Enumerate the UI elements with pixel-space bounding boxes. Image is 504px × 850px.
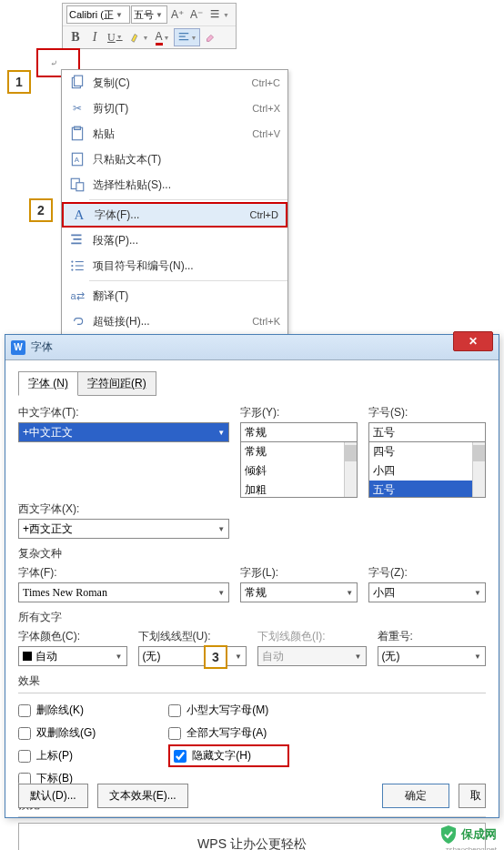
highlight-button[interactable]: ▼ [126, 28, 152, 46]
menu-font-label: 字体(F)... [95, 207, 243, 223]
effects-label: 效果 [18, 673, 486, 689]
allcaps-checkbox[interactable]: 全部大写字母(A) [168, 725, 289, 741]
svg-point-10 [71, 268, 73, 270]
tab-char-spacing[interactable]: 字符间距(R) [77, 371, 156, 396]
clipboard-icon [69, 126, 86, 142]
menu-paste-text[interactable]: A 只粘贴文本(T) [62, 147, 287, 172]
en-font-label: 西文字体(X): [18, 501, 229, 517]
menu-hyperlink[interactable]: 超链接(H)... Ctrl+K [62, 309, 287, 334]
watermark-text: 保成网 [461, 826, 497, 843]
underline-button[interactable]: U▼ [105, 28, 126, 46]
menu-translate[interactable]: a⇄ 翻译(T) [62, 283, 287, 309]
paste-text-icon: A [69, 151, 86, 167]
translate-icon: a⇄ [69, 288, 86, 304]
size-listbox[interactable]: 四号 小四 五号 [368, 441, 486, 498]
cursor-indicator: ⤶ [50, 58, 57, 68]
style-label: 字形(Y): [240, 405, 358, 420]
underline-combo[interactable]: (无)▼ [138, 646, 247, 666]
step-badge-1: 1 [7, 70, 31, 94]
step-badge-3: 3 [204, 645, 227, 669]
text-effect-button[interactable]: 文本效果(E)... [97, 784, 188, 808]
en-font-combo[interactable]: +西文正文▼ [18, 519, 229, 539]
svg-rect-3 [75, 126, 81, 129]
shrink-font-button[interactable]: A⁻ [187, 5, 206, 24]
font-size-combo[interactable]: 五号▼ [131, 5, 167, 24]
menu-cut-label: 剪切(T) [93, 101, 245, 116]
c-font-combo[interactable]: Times New Roman▼ [18, 582, 229, 602]
strike-checkbox[interactable]: 删除线(K) [18, 703, 96, 718]
tab-font[interactable]: 字体 (N) [18, 371, 78, 396]
menu-separator-2 [89, 280, 287, 281]
style-combo[interactable]: 常规 [240, 422, 358, 442]
c-style-label: 字形(L): [240, 565, 358, 581]
cn-font-combo[interactable]: +中文正文▼ [18, 422, 229, 442]
eraser-button[interactable] [201, 28, 219, 46]
align-button[interactable]: ▼ [174, 28, 201, 46]
menu-cut[interactable]: ✂ 剪切(T) Ctrl+X [62, 96, 287, 121]
menu-paragraph-label: 段落(P)... [93, 233, 280, 248]
app-icon: W [11, 340, 25, 355]
menu-paragraph[interactable]: 段落(P)... [62, 228, 287, 253]
smallcaps-checkbox[interactable]: 小型大写字母(M) [168, 703, 289, 718]
menu-hyperlink-label: 超链接(H)... [93, 314, 245, 329]
c-style-combo[interactable]: 常规▼ [240, 582, 358, 602]
menu-paste-special[interactable]: 选择性粘贴(S)... [62, 172, 287, 197]
bullets-icon [69, 258, 86, 274]
copy-icon [69, 75, 86, 91]
menu-copy-shortcut: Ctrl+C [252, 77, 280, 88]
superscript-checkbox[interactable]: 上标(P) [18, 748, 96, 764]
ok-button[interactable]: 确定 [382, 784, 449, 808]
emphasis-combo[interactable]: (无)▼ [378, 646, 487, 666]
default-button[interactable]: 默认(D)... [18, 784, 88, 808]
line-spacing-button[interactable]: ▼ [207, 5, 232, 24]
style-listbox[interactable]: 常规 倾斜 加粗 [240, 441, 358, 498]
font-a-icon: A [71, 207, 87, 223]
step-badge-2: 2 [29, 198, 53, 222]
underline-label: 下划线线型(U): [138, 629, 247, 644]
menu-separator [89, 199, 287, 200]
context-menu: 复制(C) Ctrl+C ✂ 剪切(T) Ctrl+X 粘贴 Ctrl+V A … [61, 69, 288, 335]
grow-font-button[interactable]: A⁺ [168, 5, 186, 24]
font-color-button[interactable]: A▼ [153, 28, 173, 46]
hidden-checkbox[interactable]: 隐藏文字(H) [174, 748, 251, 764]
menu-translate-label: 翻译(T) [93, 288, 280, 304]
svg-text:A: A [75, 156, 80, 164]
scrollbar[interactable] [344, 442, 357, 497]
color-label: 字体颜色(C): [18, 629, 127, 644]
menu-hyperlink-shortcut: Ctrl+K [252, 316, 280, 327]
underline-color-combo: 自动▼ [257, 646, 367, 666]
cancel-button[interactable]: 取 [459, 784, 486, 808]
scrollbar[interactable] [472, 442, 485, 497]
menu-paste[interactable]: 粘贴 Ctrl+V [62, 121, 287, 147]
bold-button[interactable]: B [66, 28, 85, 46]
mini-toolbar: Calibri (正▼ 五号▼ A⁺ A⁻ ▼ B I U▼ ▼ A▼ ▼ [62, 3, 237, 49]
menu-copy[interactable]: 复制(C) Ctrl+C [62, 70, 287, 96]
menu-bullets[interactable]: 项目符号和编号(N)... [62, 253, 287, 278]
watermark-url: zsbaocheng.net [446, 845, 498, 850]
shield-icon [439, 825, 458, 845]
all-text-label: 所有文字 [18, 610, 486, 625]
complex-section-label: 复杂文种 [18, 546, 486, 562]
c-size-combo[interactable]: 小四▼ [368, 582, 486, 602]
svg-point-9 [71, 265, 73, 267]
c-size-label: 字号(Z): [368, 565, 486, 581]
italic-button[interactable]: I [86, 28, 104, 46]
menu-copy-label: 复制(C) [93, 76, 245, 91]
menu-bullets-label: 项目符号和编号(N)... [93, 258, 280, 274]
font-dialog: W 字体 ✕ 字体 (N) 字符间距(R) 中文字体(T): +中文正文▼ 字形… [5, 334, 499, 818]
menu-font[interactable]: A 字体(F)... Ctrl+D [62, 202, 287, 228]
menu-cut-shortcut: Ctrl+X [252, 103, 280, 114]
cn-font-label: 中文字体(T): [18, 405, 229, 420]
size-label: 字号(S): [368, 405, 486, 420]
size-combo[interactable]: 五号 [368, 422, 486, 442]
paste-special-icon [69, 177, 86, 193]
close-button[interactable]: ✕ [453, 331, 493, 351]
color-combo[interactable]: 自动▼ [18, 646, 127, 666]
underline-color-label: 下划线颜色(I): [257, 629, 367, 644]
watermark: 保成网 [439, 825, 497, 845]
link-icon [69, 313, 86, 329]
double-strike-checkbox[interactable]: 双删除线(G) [18, 725, 96, 741]
font-name-combo[interactable]: Calibri (正▼ [66, 5, 130, 24]
emphasis-label: 着重号: [378, 629, 487, 644]
menu-paste-label: 粘贴 [93, 126, 245, 142]
